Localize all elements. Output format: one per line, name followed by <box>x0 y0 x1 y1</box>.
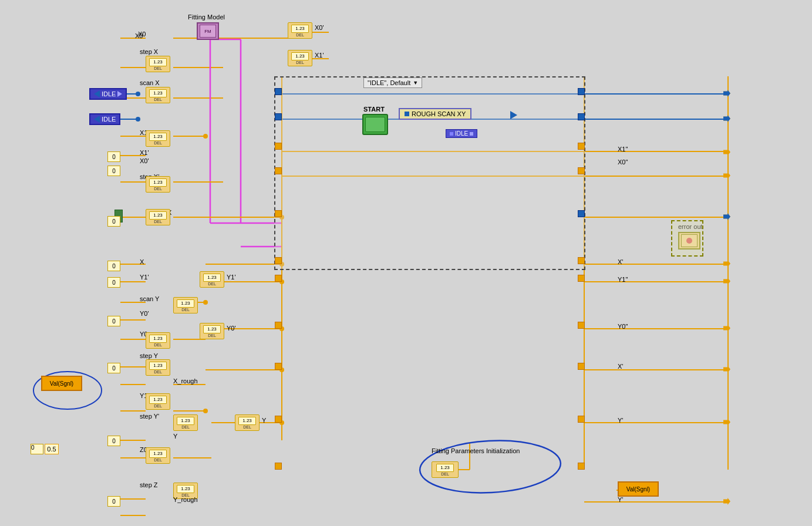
x-label-2: X <box>140 258 144 265</box>
terminal-left-9 <box>275 463 282 470</box>
zero-box-5: 0 <box>107 316 120 326</box>
x0-prime-left-label: X0' <box>140 157 149 164</box>
terminal-left-4 <box>275 257 282 264</box>
y0-prime-label: Y0' <box>140 310 149 317</box>
step-x-label: step X <box>140 48 158 55</box>
svg-point-68 <box>203 134 208 139</box>
x1-prime-label: X1' <box>315 52 324 59</box>
svg-point-77 <box>136 92 140 96</box>
right-arrow-indicator-3 <box>723 149 730 156</box>
zero-box-8: 0 <box>107 496 120 507</box>
terminal-left-5 <box>275 275 282 282</box>
x1-double-prime-label: X1" <box>618 146 628 153</box>
blue-arrow-indicator-3 <box>723 115 730 122</box>
val-sgnl-block-left[interactable]: Val(Sgnl) <box>41 376 82 391</box>
val-sgnl-annotation-area: Val(Sgnl) <box>41 376 82 391</box>
idle-small-inner[interactable]: IDLE <box>446 129 477 138</box>
y-label: Y <box>173 433 177 440</box>
rough-scan-indicator <box>405 112 409 116</box>
terminal-right-2 <box>578 167 585 174</box>
right-arrow-indicator-9 <box>723 366 730 373</box>
step-y-label: step Y <box>140 352 158 359</box>
zero-box-6: 0 <box>107 363 120 373</box>
error-out-dashed-frame <box>671 220 703 257</box>
terminal-right-5 <box>578 275 585 282</box>
terminal-right-6 <box>578 322 585 329</box>
right-arrow-indicator-6 <box>723 260 730 267</box>
step-z-label: step Z <box>140 481 158 488</box>
x1-prime-left-label: X1' <box>140 149 149 156</box>
y0-double-prime-label: Y0" <box>618 323 628 330</box>
x0-prime-label: X0' <box>315 24 324 31</box>
terminal-right-1 <box>578 143 585 150</box>
x0-double-prime-label: X0" <box>618 159 628 166</box>
y-prime-label: Y' <box>618 417 623 424</box>
y-right-label: Y <box>262 417 266 424</box>
scan-y-label: scan Y <box>140 295 159 302</box>
idle-box-2[interactable]: IDLE <box>89 113 120 125</box>
terminal-right-9 <box>578 463 585 470</box>
blue-terminal-right-3 <box>578 210 585 217</box>
zero-box-4: 0 <box>107 277 120 288</box>
svg-point-70 <box>203 409 208 413</box>
blue-terminal-right-1 <box>578 88 585 95</box>
blue-terminal-right-2 <box>578 113 585 120</box>
terminal-left-7 <box>275 363 282 370</box>
y-prime-2-label: Y' <box>618 496 623 503</box>
num-val-0: 0 <box>31 444 43 454</box>
zero-box-2: 0 <box>107 166 120 176</box>
svg-point-78 <box>136 117 140 122</box>
right-arrow-indicator-8 <box>723 325 730 332</box>
terminal-left-1 <box>275 143 282 150</box>
y-rough-label: Y_rough <box>173 496 198 503</box>
terminal-right-8 <box>578 416 585 423</box>
zero-box-7: 0 <box>107 436 120 446</box>
merge-arrow-icon <box>510 111 517 119</box>
idle-default-dropdown[interactable]: "IDLE", Default ▼ <box>363 77 422 88</box>
num-val-05-4: 0.5 <box>45 444 59 454</box>
start-button[interactable] <box>362 114 388 135</box>
y1-double-prime-label: Y1" <box>618 276 628 283</box>
start-button-inner <box>365 117 385 132</box>
val-sgnl-block-right[interactable]: Val(Sgnl) <box>618 481 659 497</box>
step-y-prime-label: step Y' <box>140 413 159 420</box>
dropdown-arrow-icon: ▼ <box>413 80 418 86</box>
terminal-left-2 <box>275 167 282 174</box>
zero-box-3: 0 <box>107 261 120 271</box>
blue-arrow-indicator-1 <box>723 213 730 220</box>
numeric-values-group: 0 0.5 0.5 0.5 0.5 <box>31 444 43 456</box>
terminal-right-4 <box>578 257 585 264</box>
blue-arrow-indicator-2 <box>723 90 730 97</box>
terminal-left-3 <box>275 210 282 217</box>
idle-box-1[interactable]: IDLE <box>89 88 127 100</box>
rough-scan-xy-box[interactable]: ROUGH SCAN XY <box>399 108 471 120</box>
idle-indicator-icon <box>450 132 453 136</box>
blue-terminal-left-2 <box>275 113 282 120</box>
right-arrow-indicator-7 <box>723 278 730 285</box>
start-label: START <box>363 106 385 113</box>
scan-x-label: scan X <box>140 79 160 86</box>
blue-terminal-left-1 <box>275 88 282 95</box>
zero-indicator: 0 <box>107 216 120 227</box>
right-arrow-indicator-10 <box>723 419 730 426</box>
y1-prime-right-label: Y1' <box>227 274 236 281</box>
x-prime-2-label: X' <box>618 363 623 370</box>
right-arrow-indicator-11 <box>723 498 730 505</box>
terminal-left-6 <box>275 322 282 329</box>
terminal-right-7 <box>578 363 585 370</box>
fitting-model-label: Fitting Model <box>188 14 225 21</box>
terminal-left-8 <box>275 416 282 423</box>
zero-box-1: 0 <box>107 151 120 162</box>
y0-prime-right-label: Y0' <box>227 325 236 332</box>
x0-text: X0 <box>138 31 146 38</box>
state-machine-frame: "IDLE", Default ▼ START ROUGH SCAN XY ID… <box>274 76 585 270</box>
x-prime-label: X' <box>618 258 623 265</box>
fitting-params-label: Fitting Parameters Initialization <box>432 447 520 454</box>
svg-point-69 <box>203 300 208 305</box>
right-arrow-indicator-4 <box>723 172 730 179</box>
y1-prime-label: Y1' <box>140 274 149 281</box>
x-rough-label: X_rough <box>173 377 198 385</box>
fitting-model-block[interactable]: FM <box>197 22 219 40</box>
block-diagram-canvas: X0 X0 Fitting Model FM 1.23 DEL X0' 1.23… <box>0 0 812 526</box>
idle-arrow-icon <box>470 132 473 136</box>
